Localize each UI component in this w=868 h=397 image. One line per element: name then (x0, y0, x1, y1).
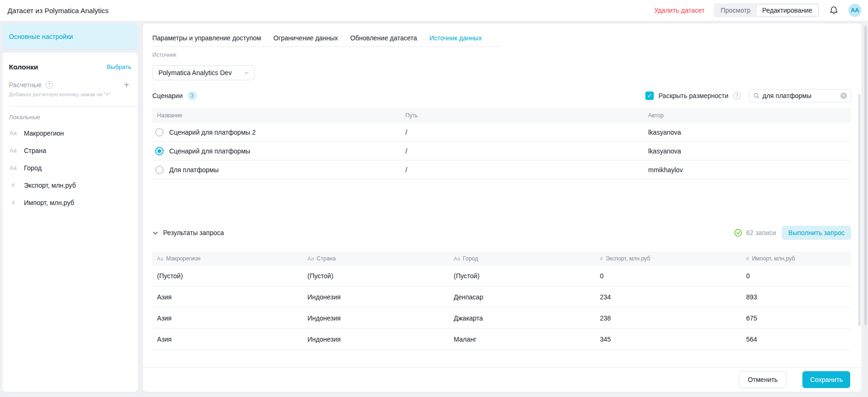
scenarios-table-header: Название Путь Автор (152, 108, 851, 123)
expand-dimensions-label: Раскрыть размерности (658, 92, 728, 99)
sidebar-item-main-settings[interactable]: Основные настройки (2, 23, 138, 49)
mode-edit-option[interactable]: Редактирование (756, 4, 818, 16)
check-circle-icon (734, 229, 742, 237)
text-type-icon: Аа (9, 130, 17, 137)
expand-dimensions-checkbox[interactable]: ✓ (645, 92, 654, 100)
scenarios-count-badge: 3 (187, 91, 197, 100)
expand-dimensions-help-icon[interactable]: ? (733, 92, 741, 99)
scenarios-title: Сценарии (152, 92, 183, 99)
scenarios-table: Название Путь Автор Сценарий для платфор… (152, 108, 851, 179)
records-count-label: 62 записи (746, 229, 776, 237)
scenario-row-selected[interactable]: Сценарий для платформы / lkasyanova (152, 142, 851, 160)
results-collapse-toggle[interactable]: Результаты запроса (152, 229, 224, 237)
main-panel: Параметры и управление доступом Ограниче… (143, 23, 861, 392)
column-item-export[interactable]: # Экспорт, млн.руб (9, 176, 131, 194)
tab-data-restriction[interactable]: Ограничение данных (273, 34, 338, 42)
scenario-row[interactable]: Сценарий для платформы 2 / lkasyanova (152, 123, 851, 142)
add-calculated-column-button[interactable]: + (122, 80, 131, 90)
mode-segmented-control: Просмотр Редактирование (714, 3, 819, 17)
results-table: АаМакрорегион АаСтрана АаГород #Экспорт,… (152, 252, 851, 358)
col-header-gorod: АаГород (449, 255, 595, 262)
col-header-makroregion: АаМакрорегион (152, 255, 303, 262)
column-item-strana[interactable]: Аа Страна (9, 142, 131, 159)
number-type-icon: # (746, 256, 749, 261)
radio-unselected-icon[interactable] (155, 166, 164, 174)
source-select[interactable]: Polymatica Analytics Dev (152, 65, 254, 80)
col-header-author: Автор (648, 112, 851, 119)
window-scrollbar-thumb[interactable] (864, 26, 867, 325)
scenario-search: × (749, 89, 851, 102)
radio-selected-icon[interactable] (155, 147, 164, 155)
col-header-import: #Импорт, млн,руб (741, 255, 851, 262)
table-row: Азия Индонезия Джакарта 238 675 (152, 308, 851, 329)
column-item-makroregion[interactable]: Аа Макрорегион (9, 124, 131, 142)
tab-data-source[interactable]: Источник данных (429, 34, 482, 42)
column-item-import[interactable]: # Импорт, млн,руб (9, 194, 131, 211)
text-type-icon: Аа (9, 165, 17, 171)
tab-parameters-access[interactable]: Параметры и управление доступом (152, 34, 261, 42)
search-icon (753, 92, 760, 99)
notifications-bell-icon[interactable] (829, 5, 839, 15)
collapse-chevron-icon (152, 230, 158, 236)
calculated-label: Расчетные (9, 81, 42, 89)
table-row: Азия Индонезия Маланг 345 564 (152, 329, 851, 350)
save-button[interactable]: Сохранить (802, 371, 850, 388)
columns-title: Колонки (9, 63, 38, 71)
text-type-icon: Аа (9, 147, 17, 154)
source-label: Источник (152, 52, 176, 58)
number-type-icon: # (9, 199, 17, 206)
cancel-button[interactable]: Отменить (739, 371, 786, 388)
sidebar-divider (9, 107, 138, 107)
text-type-icon: Аа (307, 256, 314, 261)
results-table-header: АаМакрорегион АаСтрана АаГород #Экспорт,… (152, 252, 851, 266)
number-type-icon: # (600, 256, 603, 261)
calculated-hint: Добавьте расчетную колонку, нажав на "+" (9, 92, 131, 97)
delete-dataset-button[interactable]: Удалить датасет (654, 7, 705, 14)
results-title: Результаты запроса (163, 229, 224, 237)
topbar-actions: Удалить датасет Просмотр Редактирование … (654, 3, 861, 17)
col-header-strana: АаСтрана (303, 255, 449, 262)
col-header-path: Путь (405, 112, 648, 119)
table-row: Азия Индонезия Денпасар 234 893 (152, 287, 851, 308)
local-columns-label: Локальные (9, 114, 131, 121)
columns-list: Аа Макрорегион Аа Страна Аа Город # Эксп… (9, 124, 131, 211)
tab-dataset-update[interactable]: Обновление датасета (350, 34, 417, 42)
col-header-export: #Экспорт, млн.руб (595, 255, 741, 262)
run-query-button[interactable]: Выполнить запрос (782, 226, 851, 240)
chevron-down-icon (244, 70, 249, 76)
calculated-help-icon[interactable]: ? (45, 81, 53, 89)
scenario-row[interactable]: Для платформы / mmikhaylov (152, 160, 851, 179)
content-scrollbar-thumb[interactable] (858, 94, 861, 326)
results-header: Результаты запроса 62 записи Выполнить з… (152, 226, 851, 240)
clear-search-icon[interactable]: × (840, 92, 847, 99)
number-type-icon: # (9, 182, 17, 189)
tabs-bar: Параметры и управление доступом Ограниче… (152, 29, 503, 47)
topbar: Датасет из Polymatica Analytics Удалить … (0, 0, 868, 21)
radio-unselected-icon[interactable] (155, 128, 164, 137)
form-footer: Отменить Сохранить (143, 367, 861, 392)
text-type-icon: Аа (454, 256, 460, 261)
page-title: Датасет из Polymatica Analytics (7, 7, 109, 15)
text-type-icon: Аа (157, 256, 164, 261)
mode-view-option[interactable]: Просмотр (715, 4, 756, 16)
source-select-value: Polymatica Analytics Dev (158, 69, 232, 76)
sidebar-item-label: Основные настройки (9, 33, 73, 40)
table-row-partial (152, 350, 851, 358)
scenarios-header: Сценарии 3 ✓ Раскрыть размерности ? × (152, 89, 851, 103)
column-item-gorod[interactable]: Аа Город (9, 159, 131, 176)
scenario-search-input[interactable] (763, 92, 838, 99)
table-row: (Пустой) (Пустой) (Пустой) 0 0 (152, 266, 851, 287)
avatar[interactable]: AA (848, 4, 861, 17)
records-count: 62 записи (734, 229, 776, 237)
col-header-name: Название (152, 112, 405, 119)
choose-columns-link[interactable]: Выбрать (107, 63, 131, 70)
sidebar-columns-panel: Колонки Выбрать Расчетные ? + Добавьте р… (2, 53, 138, 392)
